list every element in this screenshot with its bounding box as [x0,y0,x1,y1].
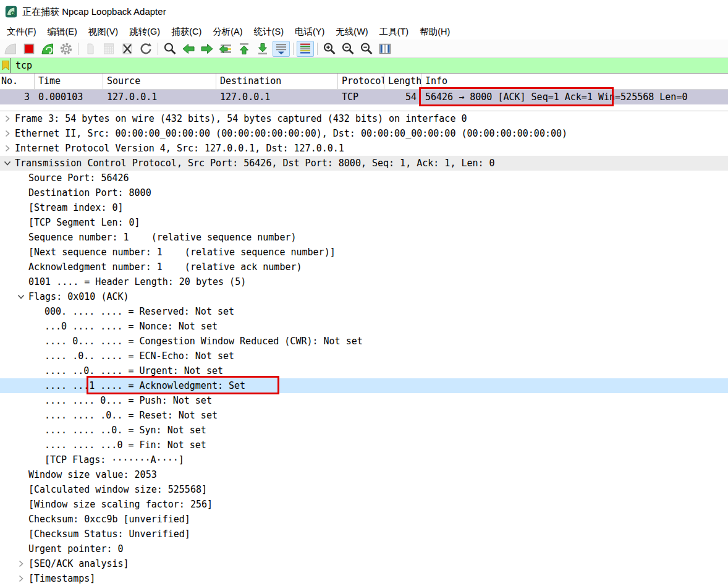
go-first-packet-icon[interactable] [235,41,253,57]
menu-item-4[interactable]: 捕获(C) [166,24,207,40]
detail-row[interactable]: [Window size scaling factor: 256] [0,497,728,512]
colorize-icon[interactable] [297,41,314,57]
detail-row[interactable]: .... .... .0.. = Reset: Not set [0,408,728,423]
detail-row[interactable]: [Timestamps] [0,571,728,586]
detail-row[interactable]: [Stream index: 0] [0,200,728,215]
detail-row[interactable]: Ethernet II, Src: 00:00:00_00:00:00 (00:… [0,126,728,141]
detail-row[interactable]: ...0 .... .... = Nonce: Not set [0,319,728,334]
column-header-time[interactable]: Time [35,74,103,89]
detail-row[interactable]: [Calculated window size: 525568] [0,482,728,497]
chevron-right-icon[interactable] [4,145,11,152]
detail-row[interactable]: .... .... 0... = Push: Not set [0,393,728,408]
detail-text: ...0 .... .... = Nonce: Not set [44,319,218,334]
start-capture-icon[interactable] [2,41,19,57]
close-file-icon[interactable] [119,41,136,57]
detail-row[interactable]: Internet Protocol Version 4, Src: 127.0.… [0,141,728,156]
capture-options-icon[interactable] [57,41,75,57]
column-header-info[interactable]: Info [421,74,728,89]
column-header-no[interactable]: No. [0,74,35,89]
zoom-normal-icon[interactable] [358,41,375,57]
detail-row[interactable]: 000. .... .... = Reserved: Not set [0,304,728,319]
menu-item-8[interactable]: 无线(W) [330,24,373,40]
packet-row[interactable]: 30.000103127.0.0.1127.0.0.1TCP5456426 → … [0,90,728,104]
column-header-protocol[interactable]: Protocol [338,74,384,89]
restart-capture-icon[interactable] [39,41,56,57]
detail-text: [SEQ/ACK analysis] [28,556,129,571]
chevron-down-icon[interactable] [17,293,25,300]
wireshark-logo-icon [5,6,17,18]
go-last-packet-icon[interactable] [254,41,271,57]
detail-row[interactable]: Window size value: 2053 [0,467,728,482]
menu-item-7[interactable]: 电话(Y) [289,24,330,40]
menu-item-0[interactable]: 文件(F) [1,24,42,40]
resize-columns-icon[interactable] [376,41,394,57]
menu-item-6[interactable]: 统计(S) [248,24,289,40]
toolbar-separator [293,43,294,55]
packet-cell-source: 127.0.0.1 [103,90,216,104]
open-file-icon[interactable] [82,41,99,57]
detail-text: [Checksum Status: Unverified] [28,527,190,541]
detail-text: 000. .... .... = Reserved: Not set [44,304,234,319]
chevron-right-icon[interactable] [17,575,25,582]
toolbar-separator [158,43,158,55]
detail-row[interactable]: Sequence number: 1 (relative sequence nu… [0,230,728,245]
packet-list-header: No.TimeSourceDestinationProtocolLengthIn… [0,74,728,90]
detail-row[interactable]: [TCP Flags: ·······A····] [0,452,728,467]
detail-text: .... .... ...0 = Fin: Not set [44,438,206,452]
detail-row[interactable]: Flags: 0x010 (ACK) [0,289,728,304]
detail-text: [TCP Flags: ·······A····] [44,452,184,467]
menu-bar: 文件(F)编辑(E)视图(V)跳转(G)捕获(C)分析(A)统计(S)电话(Y)… [0,23,728,40]
column-header-length[interactable]: Length [384,74,421,89]
menu-item-3[interactable]: 跳转(G) [124,24,166,40]
detail-row[interactable]: .... ..0. .... = Urgent: Not set [0,363,728,378]
detail-row[interactable]: [Checksum Status: Unverified] [0,527,728,541]
menu-item-9[interactable]: 工具(T) [374,24,415,40]
detail-row[interactable]: .... ...1 .... = Acknowledgment: Set [0,378,728,393]
detail-row[interactable]: .... .... ..0. = Syn: Not set [0,423,728,438]
zoom-out-icon[interactable] [339,41,357,57]
zoom-in-icon[interactable] [321,41,338,57]
detail-row[interactable]: Frame 3: 54 bytes on wire (432 bits), 54… [0,111,728,126]
detail-row[interactable]: [TCP Segment Len: 0] [0,215,728,230]
chevron-down-icon[interactable] [4,159,11,167]
go-to-packet-icon[interactable] [217,41,234,57]
auto-scroll-icon[interactable] [273,41,290,57]
detail-row[interactable]: Transmission Control Protocol, Src Port:… [0,156,728,171]
detail-text: Internet Protocol Version 4, Src: 127.0.… [15,141,344,156]
menu-item-1[interactable]: 编辑(E) [42,24,83,40]
chevron-right-icon[interactable] [4,130,11,137]
display-filter-input[interactable]: tcp [11,58,728,73]
detail-row[interactable]: .... 0... .... = Congestion Window Reduc… [0,334,728,349]
detail-row[interactable]: Acknowledgment number: 1 (relative ack n… [0,260,728,274]
detail-row[interactable]: Source Port: 56426 [0,171,728,185]
detail-row[interactable]: .... .... ...0 = Fin: Not set [0,438,728,452]
detail-row[interactable]: 0101 .... = Header Length: 20 bytes (5) [0,274,728,289]
detail-row[interactable]: [SEQ/ACK analysis] [0,556,728,571]
detail-text: [Window size scaling factor: 256] [28,497,213,512]
menu-item-5[interactable]: 分析(A) [207,24,248,40]
save-file-icon[interactable] [100,41,117,57]
go-back-icon[interactable] [180,41,197,57]
detail-row[interactable]: .... .0.. .... = ECN-Echo: Not set [0,349,728,363]
detail-text: Frame 3: 54 bytes on wire (432 bits), 54… [15,111,467,126]
chevron-right-icon[interactable] [4,115,11,122]
chevron-right-icon[interactable] [17,560,25,567]
detail-row[interactable]: Urgent pointer: 0 [0,541,728,556]
stop-capture-icon[interactable] [20,41,38,57]
detail-text: [TCP Segment Len: 0] [28,215,140,230]
filter-bookmark-icon[interactable] [0,58,11,73]
menu-item-2[interactable]: 视图(V) [83,24,124,40]
detail-row[interactable]: Checksum: 0xcc9b [unverified] [0,512,728,527]
filter-value: tcp [15,60,32,71]
column-header-source[interactable]: Source [103,74,216,89]
menu-item-10[interactable]: 帮助(H) [414,24,455,40]
title-bar: 正在捕获 Npcap Loopback Adapter [0,0,728,23]
detail-text: Source Port: 56426 [28,171,129,185]
detail-text: [Next sequence number: 1 (relative seque… [28,245,336,260]
find-packet-icon[interactable] [161,41,179,57]
column-header-destination[interactable]: Destination [216,74,338,89]
go-forward-icon[interactable] [198,41,216,57]
detail-row[interactable]: Destination Port: 8000 [0,185,728,200]
detail-row[interactable]: [Next sequence number: 1 (relative seque… [0,245,728,260]
reload-icon[interactable] [137,41,154,57]
